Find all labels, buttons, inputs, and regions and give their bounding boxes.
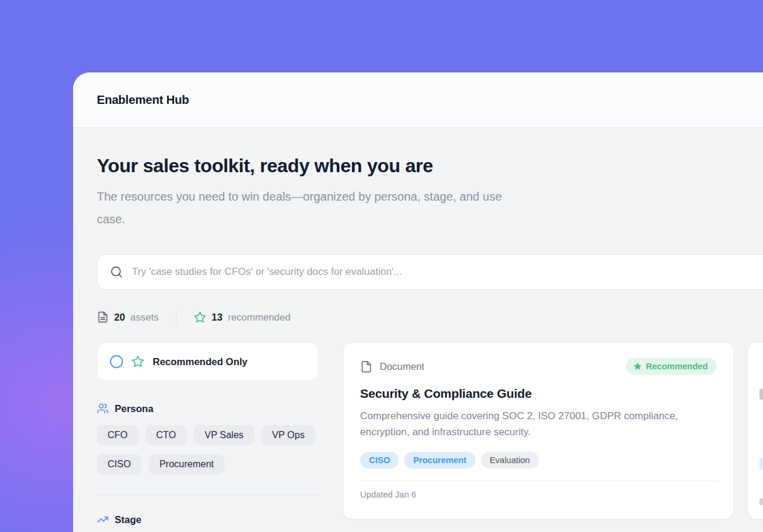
filter-sidebar: Recommended Only Persona CFO CTO VP Sale… [97, 342, 319, 525]
persona-chips: CFO CTO VP Sales VP Ops CISO Procurement [97, 425, 319, 474]
recommended-badge: Recommended [626, 358, 717, 375]
persona-chip-vp-ops[interactable]: VP Ops [261, 425, 316, 445]
tag-ciso: CISO [360, 452, 399, 468]
search-input[interactable] [132, 266, 757, 278]
recommended-label: recommended [228, 312, 290, 323]
star-icon [131, 355, 144, 368]
persona-chip-procurement[interactable]: Procurement [149, 454, 225, 474]
card-tags: CISO Procurement Evaluation [360, 452, 717, 468]
card-type: Document [360, 360, 424, 373]
stage-section-label: Stage [115, 514, 141, 525]
persona-chip-cfo[interactable]: CFO [97, 425, 138, 445]
star-icon [633, 362, 642, 370]
recommended-count: 13 [212, 312, 222, 323]
stats-row: 20 assets 13 recommended [97, 309, 763, 325]
page-content: Your sales toolkit, ready when you are T… [73, 128, 763, 525]
asset-card-partial[interactable] [747, 342, 763, 520]
sidebar-divider [97, 495, 319, 495]
card-updated: Updated Jan 6 [360, 480, 717, 499]
users-icon [97, 403, 109, 414]
card-type-label: Document [380, 361, 424, 372]
partial-card-icon-sliver [759, 389, 763, 400]
search-bar[interactable] [97, 254, 763, 290]
app-title: Enablement Hub [97, 93, 189, 107]
card-header-row: Document Recommended [360, 358, 717, 375]
file-text-icon [97, 311, 109, 323]
persona-chip-ciso[interactable]: CISO [97, 454, 141, 474]
file-icon [360, 360, 373, 373]
recommended-stat: 13 recommended [194, 311, 291, 324]
persona-section-header: Persona [97, 403, 319, 414]
radio-circle[interactable] [110, 355, 123, 368]
trending-up-icon [97, 514, 109, 525]
app-header: Enablement Hub [73, 72, 763, 128]
assets-count: 20 [114, 312, 125, 323]
asset-card-security-compliance[interactable]: Document Recommended Security & Complian… [343, 342, 734, 520]
card-description: Comprehensive guide covering SOC 2, ISO … [360, 408, 702, 441]
persona-chip-cto[interactable]: CTO [146, 425, 187, 445]
assets-stat: 20 assets [97, 311, 159, 323]
tag-evaluation: Evaluation [481, 452, 539, 468]
main-row: Recommended Only Persona CFO CTO VP Sale… [97, 342, 763, 525]
partial-card-text-sliver [759, 498, 763, 505]
partial-card-tag-sliver [759, 457, 763, 470]
page-title: Your sales toolkit, ready when you are [97, 154, 763, 178]
card-title: Security & Compliance Guide [360, 387, 717, 401]
recommended-only-toggle[interactable]: Recommended Only [97, 342, 319, 381]
main-panel: Enablement Hub Your sales toolkit, ready… [73, 72, 763, 532]
tag-procurement: Procurement [404, 452, 475, 468]
persona-section-label: Persona [115, 403, 153, 414]
stats-divider [176, 309, 176, 325]
recommended-only-label: Recommended Only [153, 356, 248, 368]
asset-cards: Document Recommended Security & Complian… [343, 342, 763, 520]
assets-label: assets [130, 312, 159, 323]
search-icon [110, 265, 123, 278]
star-icon [194, 311, 206, 324]
page-subtitle: The resources you need to win deals—orga… [97, 185, 519, 230]
stage-section-header: Stage [97, 514, 319, 525]
recommended-badge-label: Recommended [646, 362, 708, 371]
persona-chip-vp-sales[interactable]: VP Sales [194, 425, 254, 445]
